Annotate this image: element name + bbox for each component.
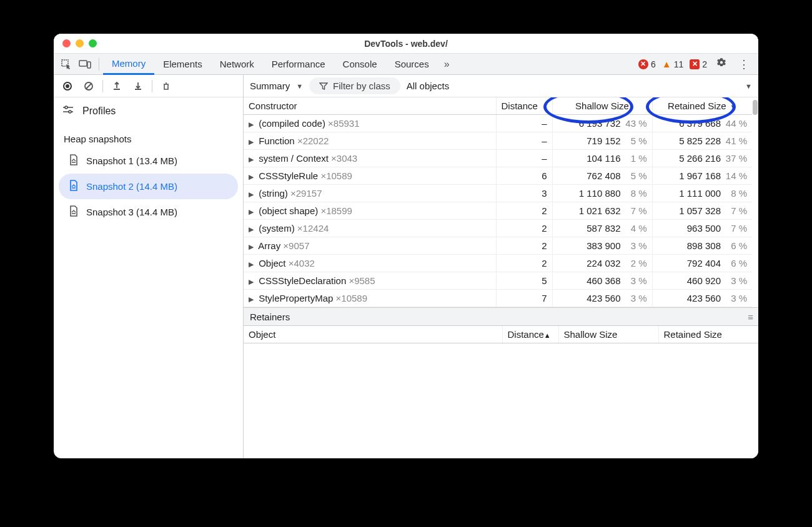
expand-icon[interactable]: ▶ <box>249 121 256 128</box>
snapshot-item[interactable]: Snapshot 2 (14.4 MB) <box>59 174 238 199</box>
tabs-overflow-button[interactable]: » <box>438 59 456 70</box>
expand-icon[interactable]: ▶ <box>249 138 256 145</box>
retained-size-value: 460 920 <box>687 275 721 286</box>
warnings-badge[interactable]: ▲ 11 <box>662 59 683 69</box>
kebab-icon[interactable]: ⋮ <box>736 57 752 71</box>
shallow-size-value: 1 021 632 <box>579 205 621 216</box>
expand-icon[interactable]: ▶ <box>249 295 256 303</box>
retained-size-pct: 7 % <box>725 223 747 234</box>
tab-elements[interactable]: Elements <box>154 54 211 75</box>
shallow-size-value: 104 116 <box>587 153 620 164</box>
retained-size-value: 423 560 <box>687 293 721 303</box>
col-distance[interactable]: Distance <box>496 97 552 115</box>
table-row[interactable]: ▶ system / Context ×3043–104 1161 %5 266… <box>244 150 752 167</box>
retainers-col-object[interactable]: Object <box>244 326 502 343</box>
table-row[interactable]: ▶ (string) ×2915731 110 8808 %1 111 0008… <box>244 185 752 202</box>
distance-value: 2 <box>496 220 552 237</box>
minimize-icon[interactable] <box>76 39 84 47</box>
expand-icon[interactable]: ▶ <box>249 243 256 250</box>
shallow-size-pct: 1 % <box>625 153 647 164</box>
retained-size-pct: 14 % <box>725 170 747 181</box>
instance-count: ×3043 <box>331 153 357 164</box>
instance-count: ×85931 <box>328 118 359 129</box>
constructor-name: CSSStyleRule <box>259 170 318 181</box>
scope-dropdown[interactable]: All objects <box>407 81 449 91</box>
instance-count: ×4032 <box>289 258 315 268</box>
retained-size-value: 1 057 328 <box>679 205 721 216</box>
retainers-col-shallow[interactable]: Shallow Size <box>558 326 658 343</box>
inspect-icon[interactable] <box>57 56 75 73</box>
tab-sources[interactable]: Sources <box>386 54 438 75</box>
expand-icon[interactable]: ▶ <box>249 260 256 268</box>
gear-icon[interactable] <box>713 57 730 71</box>
issues-badge[interactable]: ✕ 2 <box>690 59 707 69</box>
instance-count: ×9057 <box>283 240 309 251</box>
retainers-col-retained[interactable]: Retained Size <box>658 326 758 343</box>
profiles-label: Profiles <box>82 106 116 117</box>
shallow-size-pct: 5 % <box>625 135 647 146</box>
shallow-size-value: 383 900 <box>587 240 620 251</box>
table-row[interactable]: ▶ Array ×90572383 9003 %898 3086 % <box>244 237 752 255</box>
snapshot-item[interactable]: Snapshot 3 (14.4 MB) <box>59 199 238 225</box>
save-icon[interactable] <box>131 79 146 94</box>
distance-value: 7 <box>496 290 552 307</box>
constructor-name: (string) <box>259 188 288 199</box>
table-row[interactable]: ▶ StylePropertyMap ×105897423 5603 %423 … <box>244 290 752 307</box>
table-row[interactable]: ▶ CSSStyleDeclaration ×95855460 3683 %46… <box>244 272 752 290</box>
expand-icon[interactable]: ▶ <box>249 190 256 198</box>
col-shallow-size[interactable]: Shallow Size <box>552 97 652 115</box>
filter-input[interactable]: Filter by class <box>309 77 400 94</box>
retained-size-pct: 44 % <box>725 118 747 129</box>
instance-count: ×10589 <box>336 293 367 303</box>
constructor-name: Array <box>258 240 280 251</box>
col-constructor[interactable]: Constructor <box>244 97 496 115</box>
shallow-size-pct: 43 % <box>625 118 647 129</box>
gc-icon[interactable] <box>159 79 174 94</box>
devtools-window: DevTools - web.dev/ Memory Elements Netw… <box>54 34 758 458</box>
table-row[interactable]: ▶ (object shape) ×1859921 021 6327 %1 05… <box>244 202 752 220</box>
clear-icon[interactable] <box>81 79 96 94</box>
table-row[interactable]: ▶ Function ×22022–719 1525 %5 825 22841 … <box>244 132 752 150</box>
scrollbar[interactable] <box>752 97 758 307</box>
chevron-down-icon[interactable]: ▼ <box>745 82 752 90</box>
table-row[interactable]: ▶ Object ×40322224 0322 %792 4046 % <box>244 255 752 272</box>
summary-label: Summary <box>250 81 290 91</box>
snapshot-label: Snapshot 3 (14.4 MB) <box>86 207 177 217</box>
separator <box>152 80 152 92</box>
warnings-count: 11 <box>674 59 684 69</box>
distance-value: 2 <box>496 202 552 220</box>
expand-icon[interactable]: ▶ <box>249 278 256 285</box>
errors-badge[interactable]: ✕ 6 <box>638 59 656 69</box>
retainers-col-distance[interactable]: Distance▲ <box>502 326 558 343</box>
table-row[interactable]: ▶ (compiled code) ×85931–6 193 73243 %6 … <box>244 115 752 132</box>
sidebar-toolbar <box>54 75 243 97</box>
instance-count: ×12424 <box>297 223 329 234</box>
load-icon[interactable] <box>109 79 124 94</box>
record-icon[interactable] <box>60 79 75 94</box>
expand-icon[interactable]: ▶ <box>249 155 256 163</box>
tab-memory[interactable]: Memory <box>103 54 154 75</box>
shallow-size-pct: 4 % <box>625 223 647 234</box>
main-toolbar: Summary ▼ Filter by class All objects ▼ <box>244 75 758 97</box>
expand-icon[interactable]: ▶ <box>249 208 256 215</box>
constructor-name: Object <box>259 258 285 268</box>
distance-value: 3 <box>496 185 552 202</box>
device-icon[interactable] <box>76 56 94 73</box>
expand-icon[interactable]: ▶ <box>249 173 256 180</box>
maximize-icon[interactable] <box>89 39 97 47</box>
tab-console[interactable]: Console <box>334 54 386 75</box>
col-retained-size[interactable]: Retained Size▼ <box>652 97 752 115</box>
close-icon[interactable] <box>62 39 71 47</box>
instance-count: ×18599 <box>320 205 352 216</box>
summary-dropdown[interactable]: Summary ▼ <box>250 81 303 91</box>
tab-network[interactable]: Network <box>211 54 263 75</box>
tab-performance[interactable]: Performance <box>263 54 334 75</box>
separator <box>102 80 103 92</box>
table-row[interactable]: ▶ CSSStyleRule ×105896762 4085 %1 967 16… <box>244 167 752 185</box>
snapshot-item[interactable]: Snapshot 1 (13.4 MB) <box>59 148 238 174</box>
hamburger-icon[interactable]: ≡ <box>748 312 752 322</box>
table-row[interactable]: ▶ (system) ×124242587 8324 %963 5007 % <box>244 220 752 237</box>
profiles-header[interactable]: Profiles <box>54 97 243 125</box>
distance-value: – <box>496 150 552 167</box>
expand-icon[interactable]: ▶ <box>249 225 256 233</box>
